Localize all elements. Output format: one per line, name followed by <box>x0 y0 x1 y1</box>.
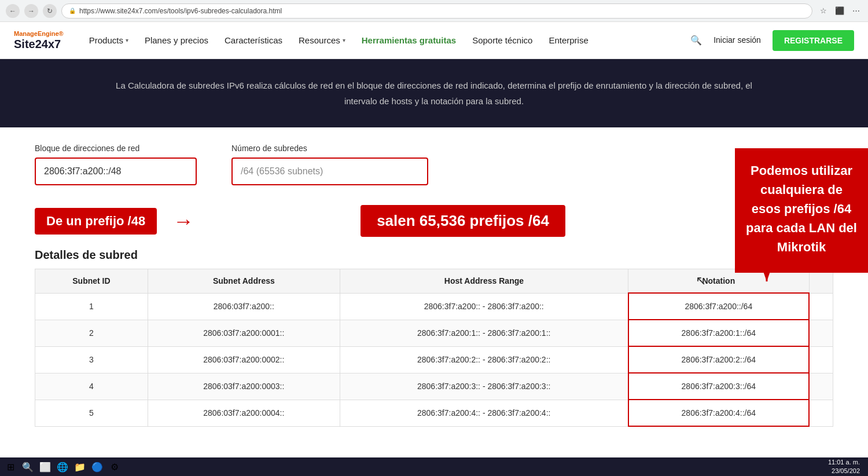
reload-button[interactable]: ↻ <box>43 4 57 18</box>
nav-products[interactable]: Products ▾ <box>89 35 128 45</box>
table-title: Detalles de subred <box>35 248 833 262</box>
center-annotation-label: salen 65,536 prefijos /64 <box>361 205 565 237</box>
cell-subnet-id: 1 <box>35 293 148 320</box>
nav-herramientas[interactable]: Herramientas gratuitas <box>362 35 456 45</box>
cell-host-range: 2806:3f7:a200:2:: - 2806:3f7:a200:2:: <box>340 346 628 373</box>
hero-banner: La Calculadora de subredes IPv6 realiza … <box>0 59 868 127</box>
menu-icon[interactable]: ⋯ <box>849 5 862 17</box>
cell-notation: 2806:3f7:a200:4::/64 <box>628 400 809 426</box>
top-right-annotation-box: Podemos utilizar cualquiera de esos pref… <box>735 148 868 273</box>
table-header-row: Subnet ID Subnet Address Host Address Ra… <box>35 269 833 294</box>
col-host-range: Host Address Range <box>340 269 628 294</box>
table-row: 42806:03f7:a200:0003::2806:3f7:a200:3:: … <box>35 373 833 400</box>
cell-scroll-spacer <box>809 293 833 320</box>
network-block-group: Bloque de direcciones de red <box>35 144 197 185</box>
url-bar[interactable]: 🔒 https://www.site24x7.com/es/tools/ipv6… <box>61 3 812 19</box>
cell-host-range: 2806:3f7:a200:1:: - 2806:3f7:a200:1:: <box>340 320 628 346</box>
arrow-right-icon: → <box>173 209 194 233</box>
cell-notation: 2806:3f7:a200:2::/64 <box>628 346 809 373</box>
extensions-icon[interactable]: ⬛ <box>833 5 846 17</box>
nav-resources[interactable]: Resources ▾ <box>299 35 345 45</box>
cell-subnet-id: 2 <box>35 320 148 346</box>
back-button[interactable]: ← <box>6 4 20 18</box>
hero-description: La Calculadora de subredes IPv6 realiza … <box>116 78 752 109</box>
top-right-annotation-text: Podemos utilizar cualquiera de esos pref… <box>746 163 857 254</box>
col-subnet-id: Subnet ID <box>35 269 148 294</box>
nav-planes[interactable]: Planes y precios <box>145 35 208 45</box>
browser-toolbar: ☆ ⬛ ⋯ <box>817 5 862 17</box>
subnet-table: Subnet ID Subnet Address Host Address Ra… <box>35 269 833 427</box>
logo-top: ManageEngine® <box>14 30 64 37</box>
cell-notation: 2806:3f7:a200::/64 <box>628 293 809 320</box>
logo-bottom: Site24x7 <box>14 38 64 50</box>
forward-button[interactable]: → <box>24 4 38 18</box>
input-row: Bloque de direcciones de red Número de s… <box>35 144 833 185</box>
cell-subnet-address: 2806:03f7:a200:0002:: <box>148 346 340 373</box>
nav-soporte[interactable]: Soporte técnico <box>472 35 532 45</box>
products-chevron-icon: ▾ <box>126 37 128 43</box>
cell-subnet-id: 4 <box>35 373 148 400</box>
table-row: 32806:03f7:a200:0002::2806:3f7:a200:2:: … <box>35 346 833 373</box>
search-icon[interactable]: 🔍 <box>690 35 702 46</box>
cell-subnet-id: 3 <box>35 346 148 373</box>
table-section: Detalles de subred Subnet ID Subnet Addr… <box>0 248 868 438</box>
bookmark-icon[interactable]: ☆ <box>817 5 830 17</box>
cell-scroll-spacer <box>809 346 833 373</box>
cell-scroll-spacer <box>809 400 833 426</box>
cell-scroll-spacer <box>809 373 833 400</box>
cell-notation: 2806:3f7:a200:1::/64 <box>628 320 809 346</box>
nav-links: Products ▾ Planes y precios Característi… <box>89 35 589 45</box>
table-row: 22806:03f7:a200:0001::2806:3f7:a200:1:: … <box>35 320 833 346</box>
cell-notation: 2806:3f7:a200:3::/64 <box>628 373 809 400</box>
cell-host-range: 2806:3f7:a200:: - 2806:3f7:a200:: <box>340 293 628 320</box>
browser-bar: ← → ↻ 🔒 https://www.site24x7.com/es/tool… <box>0 0 868 22</box>
cell-subnet-address: 2806:03f7:a200:0001:: <box>148 320 340 346</box>
subnets-input[interactable] <box>231 158 428 185</box>
resources-chevron-icon: ▾ <box>343 37 345 43</box>
nav-caracteristicas[interactable]: Características <box>225 35 282 45</box>
cell-subnet-id: 5 <box>35 400 148 426</box>
cell-subnet-address: 2806:03f7:a200:: <box>148 293 340 320</box>
col-subnet-address: Subnet Address <box>148 269 340 294</box>
cell-subnet-address: 2806:03f7:a200:0003:: <box>148 373 340 400</box>
cell-subnet-address: 2806:03f7:a200:0004:: <box>148 400 340 426</box>
lock-icon: 🔒 <box>69 8 76 14</box>
nav-enterprise[interactable]: Enterprise <box>549 35 588 45</box>
subnets-label: Número de subredes <box>231 144 428 153</box>
nav-right: 🔍 Iniciar sesión REGISTRARSE <box>690 30 854 51</box>
logo-link[interactable]: ManageEngine® Site24x7 <box>14 30 64 50</box>
navbar: ManageEngine® Site24x7 Products ▾ Planes… <box>0 22 868 59</box>
calculator-section: Bloque de direcciones de red Número de s… <box>0 127 868 185</box>
network-block-input[interactable] <box>35 158 197 185</box>
cell-host-range: 2806:3f7:a200:3:: - 2806:3f7:a200:3:: <box>340 373 628 400</box>
table-row: 12806:03f7:a200::2806:3f7:a200:: - 2806:… <box>35 293 833 320</box>
url-text: https://www.site24x7.com/es/tools/ipv6-s… <box>79 7 282 15</box>
network-block-label: Bloque de direcciones de red <box>35 144 197 153</box>
left-annotation-label: De un prefijo /48 <box>35 208 157 235</box>
login-link[interactable]: Iniciar sesión <box>713 35 761 45</box>
cell-host-range: 2806:3f7:a200:4:: - 2806:3f7:a200:4:: <box>340 400 628 426</box>
cell-scroll-spacer <box>809 320 833 346</box>
subnets-group: Número de subredes <box>231 144 428 185</box>
register-button[interactable]: REGISTRARSE <box>773 30 854 51</box>
table-row: 52806:03f7:a200:0004::2806:3f7:a200:4:: … <box>35 400 833 426</box>
